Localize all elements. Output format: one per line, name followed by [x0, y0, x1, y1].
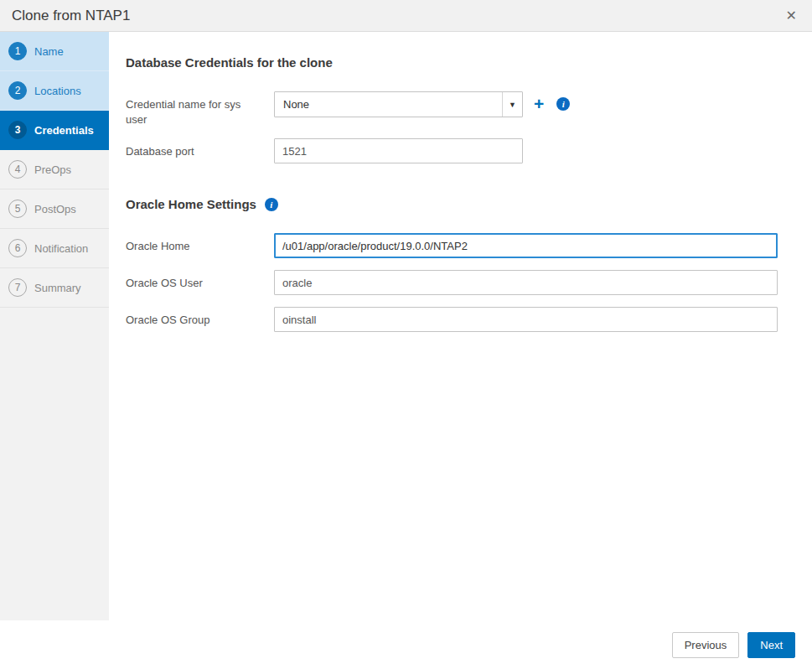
credential-name-selected-value: None	[275, 98, 502, 111]
oracle-os-group-row: Oracle OS Group	[126, 307, 795, 332]
oracle-home-row: Oracle Home	[126, 233, 795, 258]
clone-wizard-dialog: Clone from NTAP1 ✕ 1 Name 2 Locations 3 …	[0, 0, 812, 669]
close-icon[interactable]: ✕	[783, 8, 800, 24]
database-credentials-heading-text: Database Credentials for the clone	[126, 55, 333, 70]
database-port-row: Database port	[126, 138, 795, 163]
database-credentials-heading: Database Credentials for the clone	[126, 55, 795, 70]
step-number-badge: 6	[8, 239, 27, 257]
sidebar-step-preops[interactable]: 4 PreOps	[0, 150, 109, 189]
step-label: Summary	[34, 282, 81, 294]
database-port-label: Database port	[126, 138, 274, 159]
sidebar-step-notification[interactable]: 6 Notification	[0, 229, 109, 268]
sidebar-step-locations[interactable]: 2 Locations	[0, 71, 109, 111]
sidebar-step-summary[interactable]: 7 Summary	[0, 268, 109, 308]
wizard-steps-sidebar: 1 Name 2 Locations 3 Credentials 4 PreOp…	[0, 32, 109, 620]
step-number-badge: 5	[8, 200, 27, 218]
credential-name-row: Credential name for sys user None ▼ + i	[126, 91, 795, 127]
dialog-title: Clone from NTAP1	[12, 8, 130, 24]
oracle-home-settings-heading: Oracle Home Settings i	[126, 197, 795, 211]
oracle-home-info-icon[interactable]: i	[265, 198, 278, 211]
step-number-badge: 3	[8, 121, 27, 139]
oracle-os-user-label: Oracle OS User	[126, 270, 274, 291]
oracle-os-group-input[interactable]	[274, 307, 778, 332]
oracle-home-input[interactable]	[274, 233, 778, 258]
credential-name-label: Credential name for sys user	[126, 91, 274, 127]
step-label: Credentials	[34, 124, 94, 137]
step-number-badge: 2	[8, 81, 27, 100]
previous-button[interactable]: Previous	[672, 632, 740, 658]
step-label: PostOps	[34, 203, 76, 215]
step-number-badge: 7	[8, 278, 27, 297]
step-label: Name	[34, 45, 64, 58]
oracle-os-user-input[interactable]	[274, 270, 778, 295]
sidebar-step-postops[interactable]: 5 PostOps	[0, 189, 109, 229]
step-label: Notification	[34, 242, 88, 255]
credentials-step-content: Database Credentials for the clone Crede…	[109, 32, 812, 620]
add-credential-button[interactable]: +	[534, 91, 544, 117]
next-button[interactable]: Next	[747, 632, 795, 658]
credential-name-select[interactable]: None ▼	[274, 91, 523, 117]
oracle-home-label: Oracle Home	[126, 233, 274, 254]
step-label: PreOps	[34, 163, 71, 176]
step-number-badge: 1	[8, 42, 27, 60]
wizard-footer: Previous Next	[0, 620, 812, 669]
credential-info-icon[interactable]: i	[556, 97, 570, 111]
sidebar-step-name[interactable]: 1 Name	[0, 32, 109, 71]
oracle-home-settings-heading-text: Oracle Home Settings	[126, 197, 256, 211]
database-port-input[interactable]	[274, 138, 523, 163]
oracle-os-user-row: Oracle OS User	[126, 270, 795, 295]
oracle-os-group-label: Oracle OS Group	[126, 307, 274, 328]
dialog-titlebar: Clone from NTAP1 ✕	[0, 0, 812, 32]
sidebar-step-credentials[interactable]: 3 Credentials	[0, 111, 109, 150]
step-label: Locations	[34, 85, 81, 97]
step-number-badge: 4	[8, 160, 27, 179]
chevron-down-icon[interactable]: ▼	[502, 92, 522, 117]
